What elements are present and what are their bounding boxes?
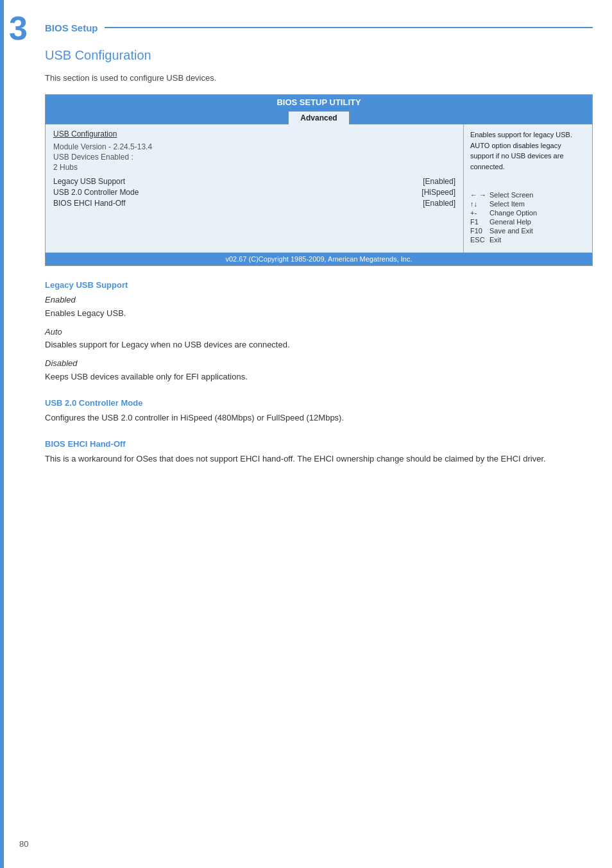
section-body-ehci: This is a workaround for OSes that does … (45, 453, 593, 466)
section-heading-usb20: USB 2.0 Controller Mode (45, 398, 593, 408)
section-heading-ehci: BIOS EHCI Hand-Off (45, 439, 593, 449)
main-content: USB Configuration This section is used t… (45, 48, 593, 465)
bios-key-symbol-3: F1 (470, 218, 489, 226)
section-heading-legacy-usb: Legacy USB Support (45, 280, 593, 290)
bios-section-title: USB Configuration (53, 129, 455, 138)
bios-settings-list: Legacy USB Support [Enabled] USB 2.0 Con… (53, 177, 455, 208)
section-item-enabled: Enabled Enables Legacy USB. (45, 294, 593, 321)
bios-setup-header-line (105, 27, 593, 28)
section-item-enabled-title: Enabled (45, 294, 593, 307)
bios-key-desc-4: Save and Exit (489, 227, 533, 235)
section-item-disabled-desc: Keeps USB devices available only for EFI… (45, 371, 593, 384)
bios-utility-box: BIOS SETUP UTILITY Advanced USB Configur… (45, 94, 593, 266)
bios-setting-legacy-usb-value: [Enabled] (423, 177, 455, 186)
bios-meta-module: Module Version - 2.24.5-13.4 (53, 142, 455, 151)
bios-key-desc-3: General Help (489, 218, 531, 226)
bios-key-symbol-4: F10 (470, 227, 489, 235)
bios-meta-hubs: 2 Hubs (53, 163, 455, 172)
bios-key-row-4: F10 Save and Exit (470, 227, 586, 235)
section-item-auto: Auto Disables support for Legacy when no… (45, 326, 593, 353)
section-item-disabled-title: Disabled (45, 357, 593, 371)
bios-key-symbol-0: ← → (470, 191, 489, 199)
page-number: 80 (19, 839, 28, 849)
bios-key-legend: ← → Select Screen ↑↓ Select Item +- Chan… (470, 191, 586, 244)
bios-key-row-1: ↑↓ Select Item (470, 200, 586, 208)
bios-right-panel: Enables support for legacy USB. AUTO opt… (464, 124, 592, 253)
bios-key-desc-0: Select Screen (489, 191, 533, 199)
section-item-auto-title: Auto (45, 326, 593, 339)
bios-setting-ehci-label: BIOS EHCI Hand-Off (53, 199, 125, 208)
bios-setting-usb20-value: [HiSpeed] (421, 188, 455, 197)
bios-setting-usb20: USB 2.0 Controller Mode [HiSpeed] (53, 188, 455, 197)
bios-setting-legacy-usb: Legacy USB Support [Enabled] (53, 177, 455, 186)
chapter-number: 3 (9, 12, 28, 45)
bios-setting-legacy-usb-label: Legacy USB Support (53, 177, 125, 186)
bios-utility-title: BIOS SETUP UTILITY (46, 95, 592, 110)
bios-key-symbol-2: +- (470, 209, 489, 217)
section-item-auto-desc: Disables support for Legacy when no USB … (45, 338, 593, 352)
bios-key-row-2: +- Change Option (470, 209, 586, 217)
bios-nav-advanced[interactable]: Advanced (288, 111, 349, 124)
left-bar (0, 0, 4, 868)
section-body-legacy-usb: Enabled Enables Legacy USB. Auto Disable… (45, 294, 593, 384)
page-title: USB Configuration (45, 48, 593, 63)
intro-text: This section is used to configure USB de… (45, 73, 593, 83)
bios-setup-header: BIOS Setup (45, 18, 593, 37)
bios-meta-devices-label: USB Devices Enabled : (53, 153, 455, 162)
bios-key-desc-2: Change Option (489, 209, 537, 217)
bios-setting-ehci-value: [Enabled] (423, 199, 455, 208)
section-item-disabled: Disabled Keeps USB devices available onl… (45, 357, 593, 384)
bios-setup-header-text: BIOS Setup (45, 22, 98, 33)
bios-setting-usb20-label: USB 2.0 Controller Mode (53, 188, 139, 197)
section-body-usb20: Configures the USB 2.0 controller in HiS… (45, 412, 593, 425)
bios-left-panel: USB Configuration Module Version - 2.24.… (46, 124, 464, 253)
section-item-enabled-desc: Enables Legacy USB. (45, 307, 593, 321)
bios-key-symbol-1: ↑↓ (470, 200, 489, 208)
bios-info-text: Enables support for legacy USB. AUTO opt… (470, 129, 586, 172)
bios-setting-ehci: BIOS EHCI Hand-Off [Enabled] (53, 199, 455, 208)
bios-key-row-3: F1 General Help (470, 218, 586, 226)
bios-footer: v02.67 (C)Copyright 1985-2009, American … (46, 253, 592, 265)
bios-utility-body: USB Configuration Module Version - 2.24.… (46, 124, 592, 253)
bios-key-row-0: ← → Select Screen (470, 191, 586, 199)
bios-key-desc-1: Select Item (489, 200, 525, 208)
bios-key-row-5: ESC Exit (470, 236, 586, 244)
bios-key-desc-5: Exit (489, 236, 501, 244)
bios-utility-nav: Advanced (46, 110, 592, 124)
bios-key-symbol-5: ESC (470, 236, 489, 244)
